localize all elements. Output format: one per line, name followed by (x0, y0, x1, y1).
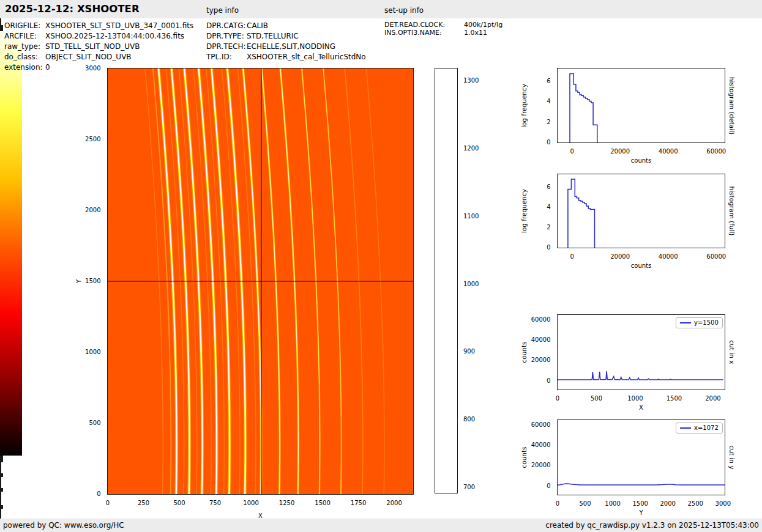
type-info-heading: type info (206, 1, 239, 20)
field-value: STD,TELLURIC (247, 32, 299, 41)
y-tick-label: 6 (528, 78, 551, 85)
x-tick-label: 250 (125, 500, 162, 507)
field-value: CALIB (247, 21, 268, 31)
field-value: OBJECT_SLIT_NOD_UVB (45, 53, 132, 62)
footer-band: powered by QC: www.eso.org/HC created by… (0, 519, 762, 532)
field-value: STD_TELL_SLIT_NOD_UVB (45, 42, 140, 51)
x-tick-label: 1750 (340, 500, 377, 507)
cut_y-legend: x=1072 (676, 423, 723, 434)
x-tick-label: 1500 (656, 395, 692, 402)
colorbar-tick-label: 1200 (463, 145, 488, 152)
field-value: 0 (45, 63, 50, 72)
hist_detail-data-line (570, 74, 597, 143)
legend-line-sample (680, 322, 691, 323)
y-tick-label: 0 (528, 482, 551, 490)
colorbar-gradient (0, 31, 22, 456)
hist_full-data-line (568, 179, 595, 248)
field-label: extension: (4, 63, 43, 72)
y-tick-label: 0 (528, 139, 551, 146)
x-tick-label: 2000 (376, 500, 413, 507)
header-band: 2025-12-12: XSHOOTER type info set-up in… (0, 0, 762, 18)
field-value: XSHOOTER_slt_cal_TelluricStdNo (247, 53, 366, 62)
x-tick-label: 500 (578, 395, 614, 402)
x-tick-label: 2000 (695, 395, 731, 402)
field-label: DPR.TECH: (206, 42, 246, 51)
y-tick-label: 3000 (78, 65, 101, 72)
y-tick-label: 60000 (528, 316, 551, 323)
hist_detail-side-label: histogram (detail) (728, 45, 736, 167)
field-value: 400k/1pt/lg (464, 21, 502, 29)
field-label: ORIGFILE: (4, 21, 40, 31)
x-tick-label: 20000 (602, 253, 638, 260)
hist_full-xlabel: counts (617, 262, 666, 270)
field-value: 1.0x11 (464, 29, 487, 37)
y-tick-label: 0 (78, 490, 101, 498)
raw-frame-image (108, 68, 413, 494)
x-tick-label: 40000 (650, 148, 687, 155)
hist_detail-canvas (558, 68, 725, 142)
cut_x-xlabel: X (617, 404, 666, 412)
x-tick-label: 500 (161, 500, 198, 507)
colorbar-tick-label: 900 (463, 348, 488, 355)
colorbar-tick-label: 800 (463, 416, 488, 423)
y-tick-label: 1000 (78, 349, 101, 356)
y-tick-label: 20000 (528, 462, 551, 469)
cut_x-data-line (558, 371, 723, 380)
field-label: do_class: (4, 53, 38, 62)
colorbar-tick-label: 700 (463, 484, 488, 491)
field-label: ARCFILE: (4, 32, 37, 41)
cut_x-side-label: cut in x (728, 291, 736, 413)
page-title: 2025-12-12: XSHOOTER (5, 0, 140, 18)
y-tick-label: 60000 (528, 421, 551, 429)
y-tick-label: 2500 (78, 136, 101, 143)
y-tick-label: 0 (528, 244, 551, 251)
hist_full-canvas (558, 174, 725, 248)
qc-raw-display-report: 2025-12-12: XSHOOTER type info set-up in… (0, 0, 762, 532)
cut_x-ylabel: counts (520, 291, 528, 413)
hist_detail-xlabel: counts (617, 157, 666, 164)
field-label: TPL.ID: (206, 53, 232, 62)
x-tick-label: 40000 (650, 253, 687, 260)
field-label: DPR.TYPE: (206, 32, 244, 41)
y-tick-label: 6 (528, 183, 551, 191)
x-tick-label: 1000 (233, 500, 269, 507)
hist_detail-ylabel: log frequency (520, 45, 528, 167)
y-tick-label: 2 (528, 119, 551, 126)
y-tick-label: 40000 (528, 336, 551, 344)
x-tick-label: 1000 (617, 395, 654, 402)
setup-info-heading: set-up info (384, 1, 424, 20)
footer-right-text: created by qc_rawdisp.py v1.2.3 on 2025-… (545, 519, 759, 532)
field-label: raw_type: (4, 42, 40, 51)
y-tick-label: 20000 (528, 357, 551, 364)
x-tick-label: 0 (554, 148, 591, 155)
field-label: DPR.CATG: (206, 21, 246, 31)
cut_y-data-line (558, 484, 725, 485)
x-tick-label: 0 (539, 395, 576, 402)
figure-area: 0250500750100012501500175020000500100015… (0, 0, 762, 532)
cut_y-side-label: cut in y (728, 396, 736, 519)
colorbar-tick-label: 1300 (463, 77, 488, 84)
y-tick-label: 2000 (78, 207, 101, 214)
x-tick-label: 750 (197, 500, 234, 507)
cut_y-ylabel: counts (520, 396, 528, 519)
y-tick-label: 40000 (528, 441, 551, 449)
y-tick-label: 0 (528, 377, 551, 385)
hist_full-side-label: histogram (full) (728, 150, 736, 272)
y-tick-label: 2 (528, 224, 551, 231)
x-tick-label: 0 (554, 253, 591, 260)
footer-left-text: powered by QC: www.eso.org/HC (3, 519, 124, 532)
legend-label: x=1072 (694, 424, 719, 432)
legend-line-sample (680, 427, 691, 429)
field-value: XSHOO.2025-12-13T04:44:00.436.fits (45, 32, 184, 41)
raw-frame-ylabel: Y (74, 220, 83, 342)
y-tick-label: 4 (528, 98, 551, 105)
x-tick-label: 0 (89, 500, 126, 507)
field-value: XSHOOTER_SLT_STD_UVB_347_0001.fits (45, 21, 193, 31)
colorbar-tick-label: 1100 (463, 213, 488, 220)
colorbar-tick-label: 1000 (463, 281, 488, 288)
y-tick-label: 500 (78, 419, 101, 427)
x-tick-label: 20000 (602, 148, 638, 155)
cut_y-xlabel: Y (617, 509, 666, 517)
cut_x-legend: y=1500 (676, 317, 723, 328)
legend-label: y=1500 (694, 319, 719, 327)
